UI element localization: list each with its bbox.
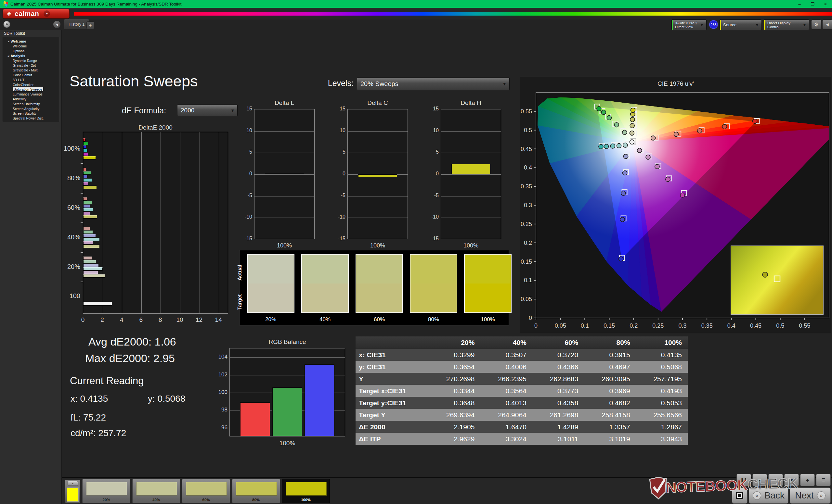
media-button-6[interactable]: ☰ bbox=[816, 474, 831, 486]
row-label: Target Y bbox=[356, 411, 429, 419]
tab-history-1[interactable]: History 1 bbox=[64, 19, 89, 29]
filmstrip-thumb-100%[interactable]: 100% bbox=[282, 479, 330, 503]
sidebar-item-options[interactable]: Options bbox=[3, 49, 59, 54]
sidebar-item-dynamic-range[interactable]: Dynamic Range bbox=[3, 58, 59, 63]
deltae-bar-100%-Green bbox=[83, 142, 88, 145]
media-button-1[interactable]: ❚❚ bbox=[736, 474, 751, 486]
calman-menu-button[interactable]: ◈ calman ▼ bbox=[3, 9, 70, 19]
sidebar-item-screen-angularity[interactable]: Screen Angularity bbox=[3, 106, 59, 111]
meter-dropdown[interactable]: X-Rite i1Pro 2Direct View ▼ bbox=[672, 20, 706, 30]
sidebar-collapse-button[interactable]: ◀ bbox=[53, 21, 60, 28]
close-button[interactable]: ✕ bbox=[819, 0, 832, 8]
display-control-dropdown[interactable]: Direct Display Control ▼ bbox=[764, 20, 809, 30]
deltae-chart-title: DeltaE 2000 bbox=[83, 124, 228, 131]
filmstrip-thumb-80%[interactable]: 80% bbox=[232, 479, 280, 503]
workflow-indicator-button[interactable] bbox=[3, 21, 10, 28]
filmstrip-thumb-60%[interactable]: 60% bbox=[182, 479, 230, 503]
deltaC-bar bbox=[358, 174, 397, 177]
de-formula-value: 2000 bbox=[178, 107, 194, 114]
panel-collapse-button[interactable]: ◀ bbox=[822, 20, 832, 30]
sidebar-item-color-gamut[interactable]: Color Gamut bbox=[3, 73, 59, 78]
add-tab-button[interactable]: + bbox=[86, 22, 94, 29]
tree-item-label: Options bbox=[13, 49, 24, 53]
sidebar-item-saturation-sweeps[interactable]: Saturation Sweeps bbox=[3, 87, 59, 92]
table-cell: 0.3773 bbox=[532, 387, 584, 395]
deltaC-title: Delta C bbox=[347, 100, 408, 107]
swatch-40% bbox=[301, 254, 349, 313]
axis-tick bbox=[81, 222, 83, 223]
measurement-table: 20%40%60%80%100%x: CIE310.32990.35070.37… bbox=[356, 336, 688, 445]
swatch-target-100% bbox=[465, 283, 511, 312]
deltae-bar-100%-Red bbox=[83, 138, 85, 142]
deltaH-x-label: 100% bbox=[441, 242, 501, 249]
deltae-bar-100%-Cyan bbox=[83, 149, 87, 152]
table-cell: 0.3344 bbox=[429, 387, 480, 395]
sidebar-item-colorchecker[interactable]: ColorChecker bbox=[3, 82, 59, 87]
back-button[interactable]: « Back bbox=[749, 487, 788, 504]
y-tick-label: -10 bbox=[239, 214, 252, 220]
gridline bbox=[348, 131, 408, 132]
chevron-down-icon: ▼ bbox=[700, 23, 704, 27]
app-window: Calman 2025 Calman Ultimate for Business… bbox=[0, 0, 832, 504]
deltaC-x-label: 100% bbox=[347, 242, 408, 249]
svg-text:0.15: 0.15 bbox=[521, 258, 532, 265]
media-button-4[interactable]: ■ bbox=[784, 474, 799, 486]
svg-text:0.2: 0.2 bbox=[524, 240, 532, 246]
tree-item-label: Color Gamut bbox=[13, 73, 32, 77]
svg-text:0.1: 0.1 bbox=[524, 277, 532, 283]
gridline bbox=[180, 132, 180, 313]
svg-text:0.35: 0.35 bbox=[701, 323, 713, 329]
source-dropdown[interactable]: Source ▼ bbox=[720, 20, 762, 30]
table-col-40%: 40% bbox=[480, 339, 532, 346]
sidebar-item-additivity[interactable]: Additivity bbox=[3, 97, 59, 102]
meter-mode: Direct View bbox=[675, 25, 697, 29]
levels-dropdown[interactable]: 20% Sweeps ▼ bbox=[357, 77, 510, 90]
next-button[interactable]: Next » bbox=[790, 487, 831, 504]
tree-group-welcome[interactable]: ◢Welcome bbox=[3, 39, 59, 44]
table-cell: 1.2867 bbox=[636, 423, 688, 431]
display-status-accent bbox=[764, 20, 765, 30]
sidebar-item-welcome[interactable]: Welcome bbox=[3, 44, 59, 49]
deltae-bar-40%-Blue bbox=[83, 234, 96, 237]
table-cell: 262.8683 bbox=[532, 375, 584, 383]
sidebar-item-grayscale-multi[interactable]: Grayscale - Multi bbox=[3, 68, 59, 73]
tree-group-analysis[interactable]: ◢Analysis bbox=[3, 53, 59, 58]
sidebar-item-grayscale-2pt[interactable]: Grayscale - 2pt bbox=[3, 63, 59, 68]
media-button-3[interactable]: ● bbox=[768, 474, 783, 486]
sidebar-item-3d-lut[interactable]: 3D LUT bbox=[3, 77, 59, 82]
media-button-5[interactable]: ◆ bbox=[800, 474, 815, 486]
x-tick-label: 10 bbox=[176, 316, 184, 324]
tree-item-label: Grayscale - 2pt bbox=[13, 63, 36, 67]
filmstrip-expand-button[interactable]: ▲ bbox=[68, 481, 78, 486]
row-label: Target x:CIE31 bbox=[356, 387, 429, 395]
deltae-bar-80%-Green bbox=[83, 171, 91, 175]
source-label: Source bbox=[720, 22, 736, 27]
media-button-2[interactable]: ▶ bbox=[752, 474, 767, 486]
rgb-bar-green bbox=[272, 387, 302, 436]
table-row: Target y:CIE310.36480.40130.43580.46820.… bbox=[356, 397, 688, 409]
sidebar-item-screen-uniformity[interactable]: Screen Uniformity bbox=[3, 101, 59, 106]
max-de2000: Max dE2000: 2.95 bbox=[85, 352, 175, 365]
de-formula-dropdown[interactable]: 2000 ▼ bbox=[177, 105, 238, 116]
settings-button[interactable]: ⚙ bbox=[811, 20, 821, 30]
filmstrip-thumb-20%[interactable]: 20% bbox=[82, 479, 130, 503]
thumb-label: 100% bbox=[282, 498, 330, 502]
swatch-actual-60% bbox=[356, 255, 402, 283]
tree-item-label: Screen Angularity bbox=[13, 107, 39, 111]
sidebar-item-luminance-sweeps[interactable]: Luminance Sweeps bbox=[3, 92, 59, 97]
deltae-bar-100%-Magenta bbox=[83, 152, 88, 156]
minimize-button[interactable]: – bbox=[793, 0, 806, 8]
svg-text:0.3: 0.3 bbox=[524, 202, 532, 208]
avg-de2000: Avg dE2000: 1.06 bbox=[88, 335, 176, 348]
display-pattern-button[interactable] bbox=[732, 487, 748, 504]
svg-text:0.3: 0.3 bbox=[678, 323, 686, 329]
tree-item-label: Dynamic Range bbox=[13, 59, 37, 63]
deltae-bar-60%-Magenta bbox=[83, 212, 90, 215]
deltae-group-label: 100% bbox=[57, 145, 80, 152]
maximize-button[interactable]: ❐ bbox=[806, 0, 819, 8]
gridline bbox=[141, 132, 142, 313]
sidebar-item-spectral-power-dist-[interactable]: Spectral Power Dist. bbox=[3, 116, 59, 121]
sidebar-item-screen-stability[interactable]: Screen Stability bbox=[3, 111, 59, 116]
filmstrip-thumb-40%[interactable]: 40% bbox=[132, 479, 180, 503]
display-control-label: Direct Display Control bbox=[764, 21, 803, 29]
